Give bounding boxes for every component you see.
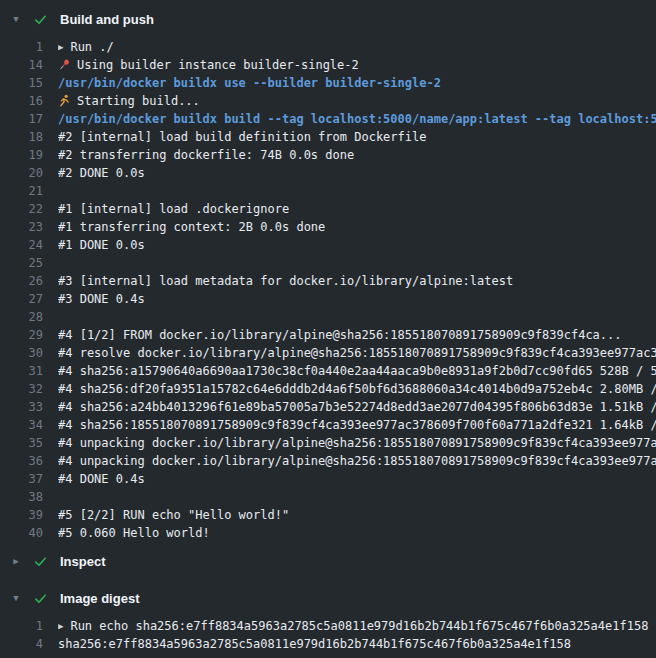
line-number[interactable]: 23: [0, 218, 43, 236]
section-header-build-and-push[interactable]: ▼Build and push: [0, 5, 656, 33]
line-number[interactable]: 37: [0, 470, 43, 488]
section-title: Image digest: [60, 591, 139, 606]
line-number[interactable]: 14: [0, 56, 43, 74]
line-number[interactable]: 17: [0, 110, 43, 128]
line-number[interactable]: 27: [0, 290, 43, 308]
run-group-chevron-icon[interactable]: ▶: [58, 617, 63, 635]
log-text: #1 [internal] load .dockerignore: [58, 200, 656, 218]
log-text-content: #4 sha256:a15790640a6690aa1730c38cf0a440…: [58, 364, 656, 378]
log-text: [58, 182, 656, 200]
line-number[interactable]: 39: [0, 506, 43, 524]
log-text-content: #5 0.060 Hello world!: [58, 526, 210, 540]
log-line: 30#4 resolve docker.io/library/alpine@sh…: [0, 344, 656, 362]
log-text: #4 unpacking docker.io/library/alpine@sh…: [58, 452, 656, 470]
line-number[interactable]: 32: [0, 380, 43, 398]
log-text-content: #3 [internal] load metadata for docker.i…: [58, 274, 513, 288]
log-line: 22#1 [internal] load .dockerignore: [0, 200, 656, 218]
log-line: 28: [0, 308, 656, 326]
chevron-down-icon[interactable]: ▼: [11, 15, 21, 24]
log-text: #1 DONE 0.0s: [58, 236, 656, 254]
run-group-chevron-icon[interactable]: ▶: [58, 38, 63, 56]
log-text-content: sha256:e7ff8834a5963a2785c5a0811e979d16b…: [58, 637, 571, 651]
line-number[interactable]: 22: [0, 200, 43, 218]
log-text: #2 DONE 0.0s: [58, 164, 656, 182]
chevron-right-icon[interactable]: ▶: [11, 557, 21, 566]
line-number[interactable]: 16: [0, 92, 43, 110]
log-text: #2 transferring dockerfile: 74B 0.0s don…: [58, 146, 656, 164]
line-number[interactable]: 28: [0, 308, 43, 326]
log-line: 40#5 0.060 Hello world!: [0, 524, 656, 542]
log-text: #4 DONE 0.4s: [58, 470, 656, 488]
line-number[interactable]: 21: [0, 182, 43, 200]
log-text: #5 0.060 Hello world!: [58, 524, 656, 542]
line-number[interactable]: 1: [0, 38, 43, 56]
log-line: 25: [0, 254, 656, 272]
log-text: #3 [internal] load metadata for docker.i…: [58, 272, 656, 290]
log-line: 1▶Run ./: [0, 38, 656, 56]
check-icon: [33, 12, 48, 27]
line-number[interactable]: 33: [0, 398, 43, 416]
line-number[interactable]: 1: [0, 617, 43, 635]
check-icon: [33, 554, 48, 569]
line-number[interactable]: 35: [0, 434, 43, 452]
log-line: 14Using builder instance builder-single-…: [0, 56, 656, 74]
line-number[interactable]: 38: [0, 488, 43, 506]
log-text-content: #4 sha256:df20fa9351a15782c64e6dddb2d4a6…: [58, 382, 656, 396]
log-text-content: #5 [2/2] RUN echo "Hello world!": [58, 508, 289, 522]
line-number[interactable]: 20: [0, 164, 43, 182]
check-icon: [33, 591, 48, 606]
log-text-content: /usr/bin/docker buildx use --builder bui…: [58, 76, 441, 90]
log-line: 33#4 sha256:a24bb4013296f61e89ba57005a7b…: [0, 398, 656, 416]
log-text-content: #4 unpacking docker.io/library/alpine@sh…: [58, 436, 656, 450]
log-lines: 1▶Run echo sha256:e7ff8834a5963a2785c5a0…: [0, 617, 656, 653]
log-line: 16Starting build...: [0, 92, 656, 110]
line-number[interactable]: 24: [0, 236, 43, 254]
line-number[interactable]: 26: [0, 272, 43, 290]
line-number[interactable]: 4: [0, 635, 43, 653]
runner-icon: [58, 94, 77, 108]
log-text: #1 transferring context: 2B 0.0s done: [58, 218, 656, 236]
line-number[interactable]: 40: [0, 524, 43, 542]
line-number[interactable]: 25: [0, 254, 43, 272]
log-text-content: Run ./: [70, 40, 113, 54]
log-text-content: #4 sha256:a24bb4013296f61e89ba57005a7b3e…: [58, 400, 656, 414]
log-text: [58, 308, 656, 326]
log-line: 29#4 [1/2] FROM docker.io/library/alpine…: [0, 326, 656, 344]
log-text-content: #4 unpacking docker.io/library/alpine@sh…: [58, 454, 656, 468]
log-text: #3 DONE 0.4s: [58, 290, 656, 308]
log-text-content: #3 DONE 0.4s: [58, 292, 145, 306]
line-number[interactable]: 19: [0, 146, 43, 164]
log-line: 19#2 transferring dockerfile: 74B 0.0s d…: [0, 146, 656, 164]
log-text-content: Using builder instance builder-single-2: [77, 58, 359, 72]
log-lines: 1▶Run ./14Using builder instance builder…: [0, 38, 656, 542]
log-text: [58, 254, 656, 272]
line-number[interactable]: 18: [0, 128, 43, 146]
log-line: 35#4 unpacking docker.io/library/alpine@…: [0, 434, 656, 452]
line-number[interactable]: 30: [0, 344, 43, 362]
line-number[interactable]: 29: [0, 326, 43, 344]
line-number[interactable]: 31: [0, 362, 43, 380]
line-number[interactable]: 15: [0, 74, 43, 92]
log-text-content: #4 DONE 0.4s: [58, 472, 145, 486]
log-line: 38: [0, 488, 656, 506]
log-text-content: Starting build...: [77, 94, 200, 108]
log-text: #4 unpacking docker.io/library/alpine@sh…: [58, 434, 656, 452]
section-header-image-digest[interactable]: ▼Image digest: [0, 584, 656, 612]
log-line: 23#1 transferring context: 2B 0.0s done: [0, 218, 656, 236]
log-line: 18#2 [internal] load build definition fr…: [0, 128, 656, 146]
section-title: Build and push: [60, 12, 154, 27]
line-number[interactable]: 36: [0, 452, 43, 470]
log-section-inspect: ▶Inspect: [0, 547, 656, 575]
log-line: 17/usr/bin/docker buildx build --tag loc…: [0, 110, 656, 128]
section-header-inspect[interactable]: ▶Inspect: [0, 547, 656, 575]
chevron-down-icon[interactable]: ▼: [11, 594, 21, 603]
line-number[interactable]: 34: [0, 416, 43, 434]
log-line: 39#5 [2/2] RUN echo "Hello world!": [0, 506, 656, 524]
log-text: #4 sha256:a15790640a6690aa1730c38cf0a440…: [58, 362, 656, 380]
log-line: 26#3 [internal] load metadata for docker…: [0, 272, 656, 290]
log-line: 24#1 DONE 0.0s: [0, 236, 656, 254]
log-text: #5 [2/2] RUN echo "Hello world!": [58, 506, 656, 524]
log-text-content: #4 resolve docker.io/library/alpine@sha2…: [58, 346, 656, 360]
log-text: #4 resolve docker.io/library/alpine@sha2…: [58, 344, 656, 362]
log-text: /usr/bin/docker buildx build --tag local…: [58, 110, 656, 128]
